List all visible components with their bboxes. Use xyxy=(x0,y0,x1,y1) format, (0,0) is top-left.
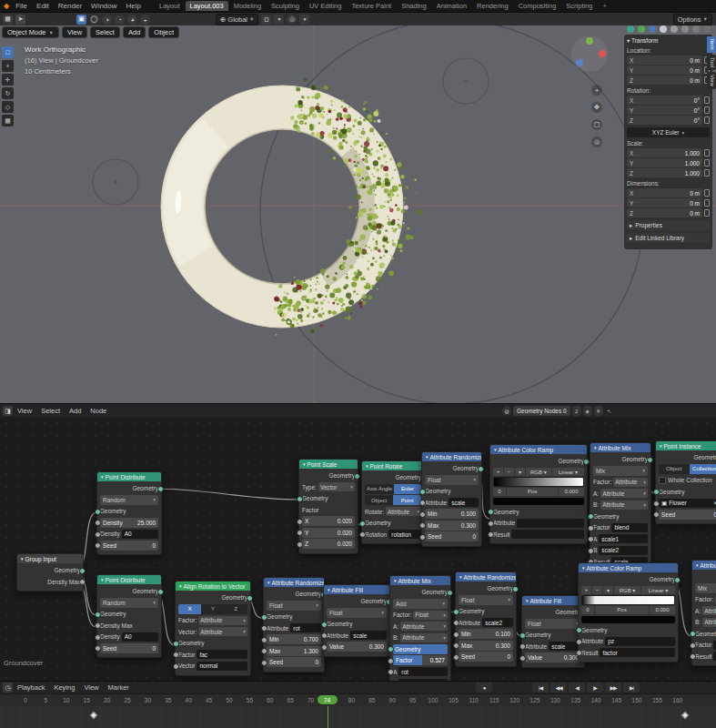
value-socket[interactable] xyxy=(95,645,101,652)
node-dropdown[interactable]: Attribute▾ xyxy=(400,633,448,642)
shading-icon-4[interactable] xyxy=(671,25,678,33)
object-mode-dropdown[interactable]: Object Mode▼ xyxy=(2,26,59,38)
value-socket[interactable] xyxy=(576,639,582,645)
mode-icon-object[interactable]: ▣ xyxy=(76,15,86,25)
rotate-tool-icon[interactable]: ↻ xyxy=(2,87,14,99)
node-dropdown[interactable]: Mix▾ xyxy=(593,466,648,476)
text-field[interactable]: fac xyxy=(197,650,247,659)
shading-icon-3[interactable] xyxy=(660,25,667,33)
node-dropdown[interactable]: Attribute▾ xyxy=(198,627,247,636)
geometry-socket[interactable] xyxy=(653,489,660,495)
vector-component-field[interactable]: X0.020 xyxy=(302,516,355,526)
slider-field[interactable]: Factor0.527 xyxy=(393,655,448,665)
vector-component-field[interactable]: Z0.020 xyxy=(302,539,355,549)
value-socket[interactable] xyxy=(321,644,328,651)
geometry-socket[interactable] xyxy=(95,509,101,515)
ramp-options-icon[interactable]: ▾ xyxy=(515,468,525,476)
lock-icon[interactable] xyxy=(704,169,710,177)
vector-component-field[interactable]: Y0.020 xyxy=(302,528,355,538)
transform-value-field[interactable]: X1.000 xyxy=(627,148,702,157)
shading-icon-5[interactable] xyxy=(681,25,689,33)
geometry-socket[interactable] xyxy=(359,521,366,527)
timeline-track[interactable] xyxy=(0,706,716,728)
value-socket[interactable] xyxy=(261,648,267,654)
number-field[interactable]: Seed0 xyxy=(100,643,158,653)
node-dropdown[interactable]: Random▾ xyxy=(100,598,158,608)
node-header[interactable]: ▾Attribute Fill xyxy=(324,585,389,594)
node-dropdown[interactable]: Mix▾ xyxy=(695,583,716,593)
text-field[interactable]: rot xyxy=(290,623,321,632)
workspace-tab-layout[interactable]: Layout xyxy=(155,1,185,11)
geometry-socket[interactable] xyxy=(690,631,696,637)
lock-icon[interactable] xyxy=(704,149,710,157)
add-workspace-button[interactable]: + xyxy=(599,1,611,11)
number-field[interactable]: Value0.300 xyxy=(327,642,387,652)
value-socket[interactable] xyxy=(419,522,426,529)
segment-button-euler[interactable]: Euler xyxy=(394,484,421,494)
node-dropdown[interactable]: Attribute▾ xyxy=(600,489,648,498)
value-socket[interactable] xyxy=(488,531,494,538)
node-point-distribute-1[interactable]: ▾Point DistributeGeometryRandom▾Geometry… xyxy=(96,471,162,555)
node-header[interactable]: ▾Align Rotation to Vector xyxy=(176,581,250,591)
next-keyframe-button[interactable]: ▶▶ xyxy=(605,682,621,693)
transform-tool-icon[interactable]: ▦ xyxy=(2,115,14,126)
node-attribute-mix-2[interactable]: ▾Attribute MixGeometryAdd▾Factor:Float▾A… xyxy=(389,575,451,681)
node-dropdown[interactable]: Attribute▾ xyxy=(400,622,448,631)
cursor-tool-icon[interactable]: + xyxy=(2,60,14,72)
geometry-socket[interactable] xyxy=(447,590,453,596)
text-field[interactable]: pz xyxy=(605,637,675,646)
mode-icon-1[interactable]: ◑ xyxy=(102,15,112,25)
value-socket[interactable] xyxy=(453,620,459,626)
transform-value-field[interactable]: Y0 m xyxy=(627,198,702,207)
pin-icon[interactable]: ➴ xyxy=(605,406,614,416)
transform-value-field[interactable]: X0 m xyxy=(627,56,702,65)
transform-value-field[interactable]: Y0 m xyxy=(627,66,702,75)
lock-icon[interactable] xyxy=(704,106,710,114)
viewport-menu-view[interactable]: View xyxy=(62,26,87,38)
value-socket[interactable] xyxy=(388,658,394,664)
geometry-socket[interactable] xyxy=(488,509,494,515)
segment-button-z[interactable]: Z xyxy=(225,604,247,614)
viewport-menu-object[interactable]: Object xyxy=(148,26,179,38)
text-field[interactable] xyxy=(517,519,584,528)
node-menu-view[interactable]: View xyxy=(13,407,36,415)
value-socket[interactable] xyxy=(95,622,101,629)
geometry-socket[interactable] xyxy=(512,586,519,592)
topbar-menu-window[interactable]: Window xyxy=(86,2,121,10)
mode-icon-3[interactable]: ◕ xyxy=(127,15,137,25)
timeline-menu-keying[interactable]: Keying xyxy=(49,683,79,692)
geometry-socket[interactable] xyxy=(576,627,582,633)
mode-icon-4[interactable]: ◒ xyxy=(140,15,150,25)
workspace-tab-compositing[interactable]: Compositing xyxy=(514,1,561,11)
node-align-rotation-to-vector[interactable]: ▾Align Rotation to VectorGeometryXYZFact… xyxy=(175,581,251,676)
active-tool-icon[interactable]: ➤ xyxy=(15,15,25,25)
node-dropdown[interactable]: Float▾ xyxy=(413,611,448,620)
geometry-socket[interactable] xyxy=(453,609,459,615)
node-header[interactable]: ▾Point Scale xyxy=(299,460,358,469)
navigation-gizmo[interactable] xyxy=(571,35,608,72)
transform-value-field[interactable]: Z1.000 xyxy=(627,168,702,177)
value-socket[interactable] xyxy=(261,637,267,643)
value-socket[interactable] xyxy=(95,542,101,549)
text-field[interactable]: scale1 xyxy=(599,534,648,543)
value-socket[interactable] xyxy=(297,519,303,525)
keyframe-diamond[interactable] xyxy=(90,712,97,719)
segment-button-collection[interactable]: Collection xyxy=(690,464,716,474)
checkbox[interactable] xyxy=(659,477,666,484)
workspace-tab-shading[interactable]: Shading xyxy=(397,1,431,11)
viewport-menu-select[interactable]: Select xyxy=(90,26,120,38)
node-attribute-color-ramp-2[interactable]: ▾Attribute Color RampGeometry+−▾RGB ▾Lin… xyxy=(578,562,679,662)
value-socket[interactable] xyxy=(653,500,660,507)
geometry-socket[interactable] xyxy=(588,513,594,520)
workspace-tab-rendering[interactable]: Rendering xyxy=(472,1,513,11)
value-socket[interactable] xyxy=(519,643,526,650)
node-group-input[interactable]: ▾Group InputGeometryDensity Max xyxy=(16,553,84,592)
segment-button-x[interactable]: X xyxy=(178,604,201,614)
color-ramp-gradient[interactable] xyxy=(493,477,584,487)
lock-icon[interactable] xyxy=(704,116,710,124)
lock-icon[interactable] xyxy=(704,199,710,207)
value-socket[interactable] xyxy=(453,654,459,661)
value-socket[interactable] xyxy=(297,530,303,536)
value-socket[interactable] xyxy=(453,642,459,649)
timeline-menu-view[interactable]: View xyxy=(79,683,103,692)
